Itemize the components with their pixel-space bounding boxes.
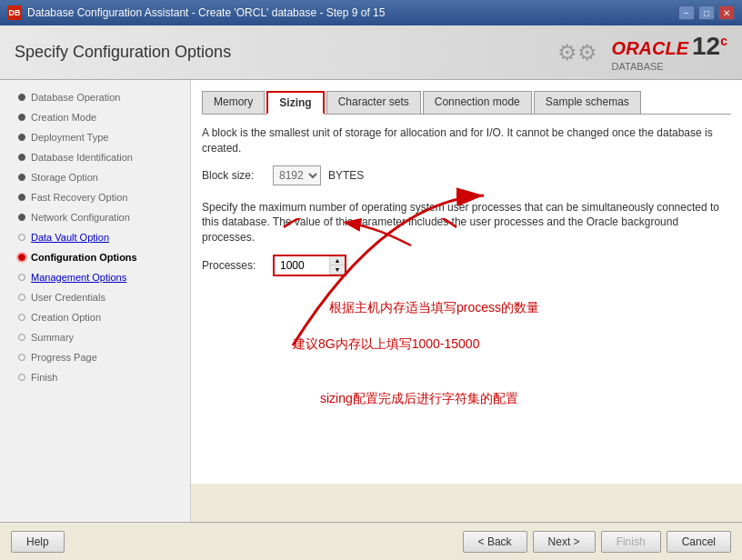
sidebar-label-database-identification: Database Identification	[31, 152, 133, 163]
sidebar-dot-creation-option	[18, 314, 25, 321]
sidebar-label-deployment-type: Deployment Type	[31, 132, 108, 143]
window-title: Database Configuration Assistant - Creat…	[27, 6, 385, 19]
sidebar-dot-configuration-options	[18, 254, 25, 261]
sidebar-item-deployment-type: Deployment Type	[0, 127, 190, 147]
sidebar-item-creation-mode: Creation Mode	[0, 107, 190, 127]
sidebar-label-storage-option: Storage Option	[31, 172, 98, 183]
sidebar-item-data-vault-option[interactable]: Data Vault Option	[0, 227, 190, 247]
oracle-text: ORACLE	[612, 38, 688, 59]
annotation-area: 根据主机内存适当填写process的数量 建议8G内存以上填写1000-1500…	[202, 291, 731, 473]
main-content: Database OperationCreation ModeDeploymen…	[0, 80, 742, 522]
sidebar-item-creation-option: Creation Option	[0, 307, 190, 327]
sidebar-dot-management-options	[18, 274, 25, 281]
sidebar-item-progress-page: Progress Page	[0, 347, 190, 367]
sidebar-dot-summary	[18, 334, 25, 341]
sidebar-item-database-identification: Database Identification	[0, 147, 190, 167]
sidebar-dot-fast-recovery-option	[18, 194, 25, 201]
sidebar-item-storage-option: Storage Option	[0, 167, 190, 187]
sidebar-item-configuration-options: Configuration Options	[0, 247, 190, 267]
sidebar-dot-creation-mode	[18, 114, 25, 121]
tab-character-sets[interactable]: Character sets	[326, 91, 421, 114]
sidebar-dot-network-configuration	[18, 214, 25, 221]
page-title: Specify Configuration Options	[15, 43, 231, 62]
finish-button[interactable]: Finish	[601, 531, 661, 553]
minimize-button[interactable]: −	[678, 5, 695, 20]
oracle-logo: ⚙⚙ ORACLE 12c DATABASE	[557, 32, 727, 73]
content-area: Memory Sizing Character sets Connection …	[191, 80, 742, 484]
maximize-button[interactable]: □	[698, 5, 715, 20]
block-size-unit: BYTES	[328, 169, 364, 182]
content-wrapper: Memory Sizing Character sets Connection …	[191, 80, 742, 522]
title-bar-controls: − □ ✕	[678, 5, 735, 20]
help-button[interactable]: Help	[11, 531, 65, 553]
cancel-button[interactable]: Cancel	[667, 531, 731, 553]
close-button[interactable]: ✕	[718, 5, 735, 20]
annotation-text-3: sizing配置完成后进行字符集的配置	[320, 391, 518, 407]
sidebar-label-configuration-options: Configuration Options	[31, 252, 137, 263]
annotation-text-1: 根据主机内存适当填写process的数量	[329, 300, 539, 316]
gear-icon: ⚙⚙	[557, 40, 597, 65]
navigation-buttons: < Back Next > Finish Cancel	[463, 531, 731, 553]
sidebar-label-fast-recovery-option: Fast Recovery Option	[31, 192, 127, 203]
sidebar-dot-finish	[18, 374, 25, 381]
sidebar-label-network-configuration: Network Configuration	[31, 212, 130, 223]
back-button[interactable]: < Back	[463, 531, 527, 553]
sidebar-label-creation-mode: Creation Mode	[31, 112, 96, 123]
annotation-text-2: 建议8G内存以上填写1000-15000	[293, 336, 479, 353]
sidebar-dot-progress-page	[18, 354, 25, 361]
tab-bar: Memory Sizing Character sets Connection …	[202, 91, 731, 115]
block-size-label: Block size:	[202, 169, 266, 182]
sidebar-label-finish: Finish	[31, 372, 57, 383]
sidebar-label-database-operation: Database Operation	[31, 92, 120, 103]
sidebar-item-fast-recovery-option: Fast Recovery Option	[0, 187, 190, 207]
sidebar-item-network-configuration: Network Configuration	[0, 207, 190, 227]
title-bar: DB Database Configuration Assistant - Cr…	[0, 0, 742, 25]
app-header: Specify Configuration Options ⚙⚙ ORACLE …	[0, 25, 742, 80]
version-text: 12c	[692, 32, 727, 61]
next-button[interactable]: Next >	[533, 531, 596, 553]
sidebar-dot-deployment-type	[18, 134, 25, 141]
block-size-description: A block is the smallest unit of storage …	[202, 125, 731, 156]
sidebar-label-creation-option: Creation Option	[31, 312, 101, 323]
tab-connection-mode[interactable]: Connection mode	[423, 91, 532, 114]
sidebar-label-data-vault-option: Data Vault Option	[31, 232, 109, 243]
database-label: DATABASE	[612, 61, 727, 73]
oracle-branding: ORACLE 12c DATABASE	[612, 32, 727, 73]
sidebar-dot-storage-option	[18, 174, 25, 181]
sidebar-label-progress-page: Progress Page	[31, 352, 97, 363]
sidebar-label-management-options: Management Options	[31, 272, 126, 283]
sidebar-label-summary: Summary	[31, 332, 74, 343]
bottom-bar: Help < Back Next > Finish Cancel	[0, 522, 742, 560]
sidebar-item-management-options[interactable]: Management Options	[0, 267, 190, 287]
title-bar-left: DB Database Configuration Assistant - Cr…	[7, 5, 385, 20]
sidebar-item-summary: Summary	[0, 327, 190, 347]
sidebar: Database OperationCreation ModeDeploymen…	[0, 80, 191, 522]
sidebar-item-user-credentials: User Credentials	[0, 287, 190, 307]
tab-sample-schemas[interactable]: Sample schemas	[534, 91, 641, 114]
app-icon: DB	[7, 5, 22, 20]
sidebar-dot-data-vault-option	[18, 234, 25, 241]
sidebar-label-user-credentials: User Credentials	[31, 292, 105, 303]
tab-memory[interactable]: Memory	[202, 91, 265, 114]
sidebar-dot-database-operation	[18, 94, 25, 101]
sidebar-dot-database-identification	[18, 154, 25, 161]
sidebar-item-database-operation: Database Operation	[0, 87, 190, 107]
tab-sizing[interactable]: Sizing	[266, 91, 324, 115]
sidebar-item-finish: Finish	[0, 367, 190, 387]
sidebar-dot-user-credentials	[18, 294, 25, 301]
